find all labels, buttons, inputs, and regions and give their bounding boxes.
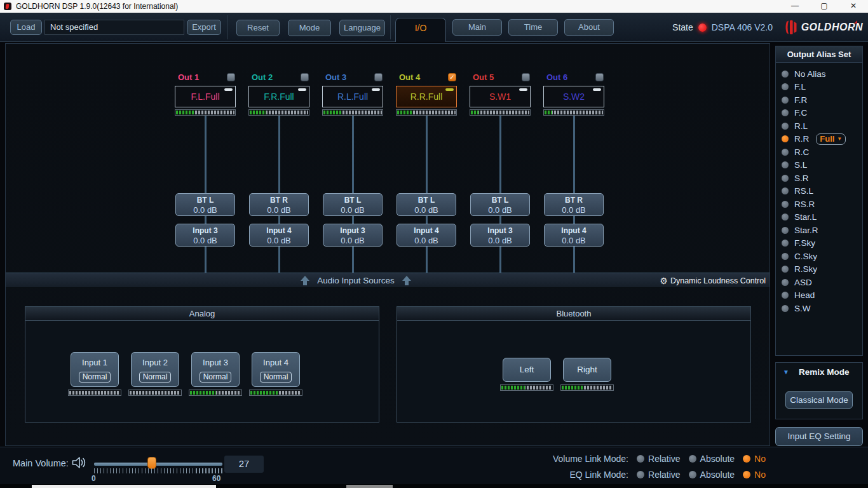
alias-option-sw[interactable]: S.W [776, 302, 862, 315]
analog-input-button[interactable]: Input 3 Normal [191, 352, 240, 387]
tab-time[interactable]: Time [508, 19, 558, 36]
radio-label: No [754, 454, 766, 464]
input-source-box[interactable]: Input 40.0 dB [544, 224, 604, 247]
output-alias-box[interactable]: S.W2 [543, 86, 604, 107]
alias-option-head[interactable]: Head [776, 289, 862, 302]
goldhorn-emblem-icon [784, 20, 798, 35]
output-select-checkbox[interactable]: ✓ [448, 73, 456, 81]
link-mode-row: Volume Link Mode: Relative Absolute No [553, 452, 766, 466]
alias-option-label: F.L [794, 82, 806, 92]
input-mode-badge[interactable]: Normal [260, 372, 292, 383]
alias-option-fl[interactable]: F.L [776, 81, 862, 94]
preset-file-field[interactable]: Not specified [44, 20, 184, 35]
output-alias-box[interactable]: F.L.Full [175, 86, 236, 107]
output-select-checkbox[interactable] [227, 73, 235, 81]
language-button[interactable]: Language [339, 20, 385, 36]
radio-dot [782, 266, 789, 273]
output-alias-title: Output Alias Set [776, 46, 862, 63]
classical-mode-button[interactable]: Classical Mode [785, 391, 853, 409]
mute-dash [445, 88, 454, 91]
alias-option-sr[interactable]: S.R [776, 172, 862, 185]
input-mode-badge[interactable]: Normal [139, 372, 172, 383]
analog-input-button[interactable]: Input 1 Normal [71, 352, 119, 387]
tab-io[interactable]: I/O [395, 18, 446, 42]
alias-option-rsl[interactable]: RS.L [776, 185, 862, 198]
alias-option-asd[interactable]: ASD [776, 276, 862, 289]
volume-slider-handle[interactable] [147, 457, 156, 469]
mode-button[interactable]: Mode [288, 20, 331, 36]
tab-about[interactable]: About [564, 19, 614, 36]
output-alias-text: S.W2 [563, 92, 585, 102]
volume-slider-track[interactable] [94, 463, 222, 466]
bluetooth-input-button[interactable]: Right [563, 358, 611, 382]
input-mode-badge[interactable]: Normal [79, 372, 111, 383]
bt-source-box[interactable]: BT L0.0 dB [323, 193, 383, 216]
input-source-box[interactable]: Input 30.0 dB [175, 224, 235, 247]
alias-option-rsky[interactable]: R.Sky [776, 263, 862, 276]
input-mode-badge[interactable]: Normal [200, 372, 232, 383]
input-source-box[interactable]: Input 40.0 dB [249, 224, 309, 247]
alias-option-label: F.C [794, 108, 807, 118]
output-select-checkbox[interactable] [301, 73, 309, 81]
input-source-box[interactable]: Input 30.0 dB [470, 224, 530, 247]
bt-source-box[interactable]: BT R0.0 dB [544, 193, 604, 216]
radio-absolute[interactable]: Absolute [689, 454, 735, 464]
app-icon [4, 3, 11, 10]
alias-option-fc[interactable]: F.C [776, 107, 862, 120]
dynamic-loudness-control[interactable]: ⚙ Dynamic Loudness Control [660, 273, 766, 288]
output-select-checkbox[interactable] [522, 73, 530, 81]
output-select-checkbox[interactable] [595, 73, 604, 81]
alias-option-rc[interactable]: R.C [776, 146, 862, 159]
alias-option-fr[interactable]: F.R [776, 93, 862, 107]
alias-option-csky[interactable]: C.Sky [776, 250, 862, 263]
alias-option-starl[interactable]: Star.L [776, 211, 862, 224]
radio-dot [782, 135, 789, 142]
bt-source-box[interactable]: BT L0.0 dB [470, 193, 530, 216]
minimize-button[interactable]: — [780, 0, 810, 13]
alias-option-rl[interactable]: R.L [776, 119, 862, 133]
radio-relative[interactable]: Relative [637, 454, 681, 464]
load-button[interactable]: Load [10, 20, 42, 35]
alias-option-starr[interactable]: Star.R [776, 224, 862, 237]
alias-option-fsky[interactable]: F.Sky [776, 237, 862, 250]
bt-source-box[interactable]: BT L0.0 dB [175, 193, 235, 216]
close-button[interactable]: ✕ [839, 0, 868, 13]
reset-button[interactable]: Reset [236, 20, 280, 36]
radio-no[interactable]: No [743, 470, 766, 480]
bt-source-box[interactable]: BT R0.0 dB [249, 193, 309, 216]
input-source-box[interactable]: Input 40.0 dB [397, 224, 456, 247]
up-arrow-icon [301, 276, 309, 285]
io-routing-panel: Out 1 F.L.Full BT L0.0 dB Input 30.0 dB … [5, 43, 770, 446]
export-button[interactable]: Export [187, 20, 221, 35]
output-alias-box[interactable]: S.W1 [470, 86, 531, 107]
output-alias-box[interactable]: R.R.Full [396, 86, 457, 107]
speaker-icon[interactable] [71, 456, 87, 470]
analog-input-cell: Input 2 Normal [128, 352, 182, 396]
radio-label: Absolute [700, 454, 735, 464]
maximize-button[interactable]: ▢ [810, 0, 839, 13]
alias-option-sl[interactable]: S.L [776, 159, 862, 172]
bluetooth-inputs-row: Left Right [397, 358, 717, 391]
analog-input-label: Input 1 [82, 358, 107, 367]
alias-variant-dropdown[interactable]: Full ▼ [816, 133, 846, 145]
radio-dot [782, 240, 789, 247]
input-source-box[interactable]: Input 30.0 dB [323, 224, 383, 247]
alias-option-noalias[interactable]: No Alias [776, 67, 862, 81]
output-alias-box[interactable]: R.L.Full [322, 86, 383, 107]
bluetooth-input-button[interactable]: Left [503, 358, 551, 382]
radio-relative[interactable]: Relative [637, 470, 681, 480]
output-alias-box[interactable]: F.R.Full [248, 86, 309, 107]
radio-no[interactable]: No [743, 454, 766, 464]
tab-main[interactable]: Main [452, 19, 502, 36]
volume-max-label: 60 [212, 474, 220, 483]
radio-absolute[interactable]: Absolute [689, 470, 735, 480]
analog-input-button[interactable]: Input 2 Normal [131, 352, 179, 387]
input-eq-setting-button[interactable]: Input EQ Setting [775, 427, 863, 446]
radio-dot [743, 455, 750, 463]
analog-input-button[interactable]: Input 4 Normal [252, 352, 300, 387]
alias-option-rr[interactable]: R.R Full ▼ [776, 133, 862, 146]
alias-option-rsr[interactable]: RS.R [776, 198, 862, 211]
bt-source-box[interactable]: BT L0.0 dB [397, 193, 456, 216]
output-select-checkbox[interactable] [374, 73, 383, 81]
collapse-caret-icon[interactable]: ▼ [783, 369, 789, 376]
